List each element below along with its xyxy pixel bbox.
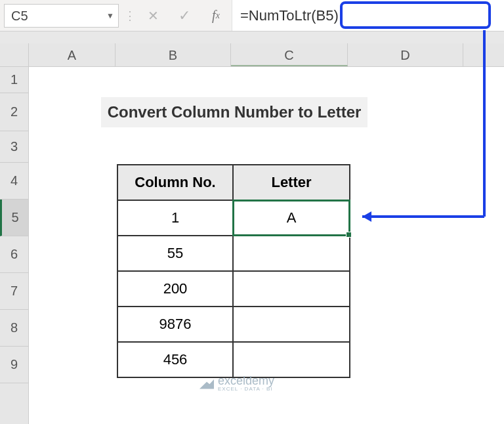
select-all-corner[interactable] <box>0 43 29 67</box>
name-box-value: C5 <box>11 9 28 24</box>
formula-input[interactable]: =NumToLtr(B5) <box>232 0 504 31</box>
row-header-4[interactable]: 4 <box>0 163 28 200</box>
cell-B9[interactable]: 456 <box>117 342 233 377</box>
row-header-9[interactable]: 9 <box>0 347 28 383</box>
cell-C6[interactable] <box>233 236 350 271</box>
insert-function-button[interactable]: fx <box>200 0 232 31</box>
cell-C8[interactable] <box>233 307 350 342</box>
cancel-button[interactable]: ✕ <box>137 0 169 31</box>
row-header-5[interactable]: 5 <box>0 200 28 236</box>
col-header-B[interactable]: B <box>116 43 231 66</box>
watermark-brand: exceldemy <box>218 374 274 387</box>
watermark-tag: EXCEL · DATA · BI <box>218 386 274 392</box>
cell-C5[interactable]: A <box>233 200 350 236</box>
col-header-D[interactable]: D <box>348 43 463 66</box>
cell-B6[interactable]: 55 <box>117 236 233 271</box>
row-header-8[interactable]: 8 <box>0 310 28 347</box>
worksheet: A B C D 1 2 3 4 5 6 7 8 9 Convert Column… <box>0 43 504 424</box>
table-row: 200 <box>117 271 350 307</box>
cell-B5[interactable]: 1 <box>117 200 233 236</box>
cell-B8[interactable]: 9876 <box>117 307 233 342</box>
row-header-7[interactable]: 7 <box>0 273 28 310</box>
column-headers: A B C D <box>29 43 504 67</box>
divider-dots-icon: ⋮ <box>123 0 137 31</box>
cell-B7[interactable]: 200 <box>117 271 233 307</box>
watermark: exceldemy EXCEL · DATA · BI <box>200 374 274 392</box>
cell-C7[interactable] <box>233 271 350 307</box>
data-table: Column No. Letter 1 A 55 200 9876 456 <box>117 164 350 378</box>
row-header-2[interactable]: 2 <box>0 93 28 131</box>
sheet-title-text: Convert Column Number to Letter <box>108 103 362 121</box>
name-box[interactable]: C5 ▼ <box>4 4 119 28</box>
table-row: 1 A <box>117 200 350 236</box>
row-header-6[interactable]: 6 <box>0 236 28 273</box>
table-row: 456 <box>117 342 350 377</box>
table-header-column-no[interactable]: Column No. <box>117 165 233 200</box>
formula-text: =NumToLtr(B5) <box>240 7 339 24</box>
table-row: 55 <box>117 236 350 271</box>
formula-bar: C5 ▼ ⋮ ✕ ✓ fx =NumToLtr(B5) <box>0 0 504 32</box>
name-box-dropdown-icon[interactable]: ▼ <box>106 11 114 20</box>
col-header-C[interactable]: C <box>231 43 348 66</box>
grid-area[interactable]: Convert Column Number to Letter Column N… <box>29 67 504 424</box>
cell-C9[interactable] <box>233 342 350 377</box>
enter-button[interactable]: ✓ <box>169 0 200 31</box>
col-header-A[interactable]: A <box>29 43 116 66</box>
table-row: 9876 <box>117 307 350 342</box>
sheet-title: Convert Column Number to Letter <box>101 97 368 127</box>
row-header-3[interactable]: 3 <box>0 131 28 163</box>
row-header-1[interactable]: 1 <box>0 67 28 93</box>
table-header-letter[interactable]: Letter <box>233 165 350 200</box>
row-headers: 1 2 3 4 5 6 7 8 9 <box>0 67 29 424</box>
watermark-icon <box>200 377 214 389</box>
